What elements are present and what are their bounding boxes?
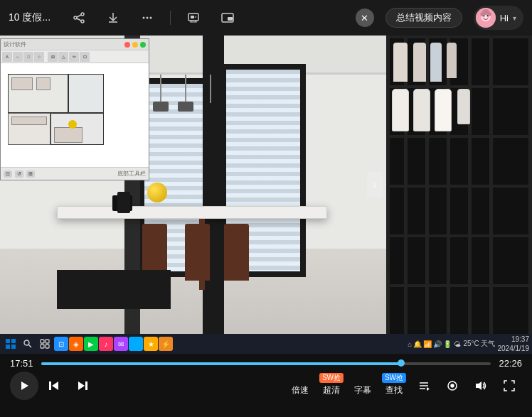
subtitle-button[interactable]: 字幕 xyxy=(349,374,377,398)
search-badge: SW抢 xyxy=(382,373,406,383)
download-button[interactable] xyxy=(102,6,124,29)
svg-marker-38 xyxy=(78,381,85,390)
taskbar-app-group: ⊡ ◈ ▶ ♪ ✉ 🌐 ★ ⚡ xyxy=(54,337,173,351)
svg-point-0 xyxy=(81,13,84,16)
search-label: 查找 xyxy=(385,384,403,396)
share-button[interactable] xyxy=(68,6,90,29)
date-display: 2024/1/19 xyxy=(498,344,530,353)
top-bar: 10 度假... xyxy=(0,0,532,36)
svg-point-44 xyxy=(451,384,454,387)
hd-label: 超清 xyxy=(323,384,340,396)
time-display: 19:37 xyxy=(498,335,530,344)
start-button[interactable] xyxy=(3,336,18,352)
pip-button[interactable] xyxy=(216,6,239,29)
svg-rect-31 xyxy=(46,340,49,343)
weather-temp: 25°C 天气 xyxy=(463,339,495,349)
total-time: 22:26 xyxy=(496,358,522,369)
playlist-button[interactable] xyxy=(411,373,437,399)
play-button[interactable] xyxy=(10,372,38,400)
svg-rect-25 xyxy=(11,339,16,343)
svg-marker-34 xyxy=(21,381,28,390)
progress-fill xyxy=(41,362,401,365)
taskbar-app-2[interactable]: ◈ xyxy=(69,337,83,351)
svg-rect-14 xyxy=(228,17,233,21)
svg-point-8 xyxy=(147,17,149,19)
search-taskbar-button[interactable] xyxy=(20,336,36,352)
task-view-button[interactable] xyxy=(37,336,53,352)
next-arrow[interactable]: › xyxy=(367,172,383,197)
svg-marker-12 xyxy=(195,16,197,18)
close-button[interactable]: ✕ xyxy=(356,9,374,27)
overlay-header: 设计软件 xyxy=(1,39,149,50)
chevron-down-icon: ▾ xyxy=(513,14,516,22)
network-icon[interactable]: 📶 xyxy=(423,340,432,348)
summary-button[interactable]: 总结视频内容 xyxy=(385,8,462,28)
svg-rect-33 xyxy=(46,345,49,348)
svg-point-19 xyxy=(482,16,484,18)
hi-label: Hi xyxy=(500,13,509,23)
taskbar-app-4[interactable]: ♪ xyxy=(99,337,113,351)
windows-taskbar: ⊡ ◈ ▶ ♪ ✉ 🌐 ★ ⚡ ⌂ 🔔 📶 🔊 🔋 🌤 25°C 天气 19:3… xyxy=(0,334,532,354)
divider xyxy=(170,11,171,25)
svg-point-22 xyxy=(480,12,484,16)
screen-record-button[interactable] xyxy=(182,6,205,29)
previous-button[interactable] xyxy=(41,373,67,399)
svg-rect-32 xyxy=(41,345,44,348)
progress-row: 17:51 22:26 xyxy=(10,358,522,369)
danmaku-button[interactable] xyxy=(440,373,465,399)
taskbar-app-7[interactable]: ★ xyxy=(144,337,158,351)
fullscreen-button[interactable] xyxy=(496,373,522,399)
svg-marker-45 xyxy=(476,381,482,390)
buttons-row: 倍速 SW抢 超清 字幕 SW抢 查找 xyxy=(10,372,522,400)
overlay-canvas xyxy=(1,63,149,168)
svg-point-23 xyxy=(487,12,491,16)
svg-rect-30 xyxy=(41,340,44,343)
taskbar-app-8[interactable]: ⚡ xyxy=(159,337,173,351)
svg-rect-11 xyxy=(191,16,194,18)
svg-line-29 xyxy=(29,345,32,348)
taskbar-app-6[interactable]: 🌐 xyxy=(129,337,143,351)
weather-icon: 🌤 xyxy=(454,340,461,348)
more-button[interactable] xyxy=(136,6,159,29)
svg-point-28 xyxy=(24,340,29,345)
rate-button[interactable]: 倍速 xyxy=(286,373,314,399)
avatar xyxy=(476,8,496,28)
video-title: 10 度假... xyxy=(9,11,50,24)
overlay-screenshot: 设计软件 A ↔ □ ○ ⊞ △ ✏ ⊡ xyxy=(0,38,149,180)
video-area[interactable]: 设计软件 A ↔ □ ○ ⊞ △ ✏ ⊡ xyxy=(0,36,532,334)
current-time: 17:51 xyxy=(10,358,36,369)
svg-rect-24 xyxy=(6,339,10,343)
next-button[interactable] xyxy=(70,373,95,399)
svg-point-9 xyxy=(150,17,152,19)
hd-button[interactable]: SW抢 超清 xyxy=(317,374,346,398)
taskbar-app-3[interactable]: ▶ xyxy=(84,337,98,351)
progress-bar[interactable] xyxy=(41,362,491,365)
volume-icon[interactable]: 🔊 xyxy=(433,340,442,348)
taskbar-right-area: ⌂ 🔔 📶 🔊 🔋 🌤 25°C 天气 19:37 2024/1/19 xyxy=(408,335,529,353)
svg-rect-26 xyxy=(6,345,10,349)
svg-rect-37 xyxy=(85,381,87,390)
svg-rect-27 xyxy=(11,345,16,349)
hd-badge: SW抢 xyxy=(319,373,344,383)
svg-point-2 xyxy=(74,16,77,19)
overlay-bottom-toolbar: ⊡ ↺ ⊞ 底部工具栏 xyxy=(1,167,149,180)
volume-button[interactable] xyxy=(468,373,494,399)
taskbar-app-1[interactable]: ⊡ xyxy=(54,337,68,351)
video-controls-bar: 17:51 22:26 xyxy=(0,354,532,417)
svg-line-3 xyxy=(77,15,81,17)
svg-line-4 xyxy=(77,18,81,21)
svg-marker-42 xyxy=(427,387,430,391)
battery-icon[interactable]: 🔋 xyxy=(443,340,452,348)
tray-icon-1[interactable]: ⌂ xyxy=(408,340,412,348)
svg-marker-36 xyxy=(52,381,58,390)
subtitle-label: 字幕 xyxy=(354,384,371,396)
svg-point-20 xyxy=(487,16,490,18)
svg-rect-35 xyxy=(49,381,51,390)
search-video-button[interactable]: SW抢 查找 xyxy=(380,374,408,398)
overlay-toolbar: A ↔ □ ○ ⊞ △ ✏ ⊡ xyxy=(1,50,149,63)
user-avatar-area[interactable]: Hi ▾ xyxy=(474,6,523,30)
tray-icon-2[interactable]: 🔔 xyxy=(413,340,422,348)
svg-point-7 xyxy=(143,17,145,19)
rate-label: 倍速 xyxy=(292,384,309,396)
taskbar-app-5[interactable]: ✉ xyxy=(114,337,128,351)
